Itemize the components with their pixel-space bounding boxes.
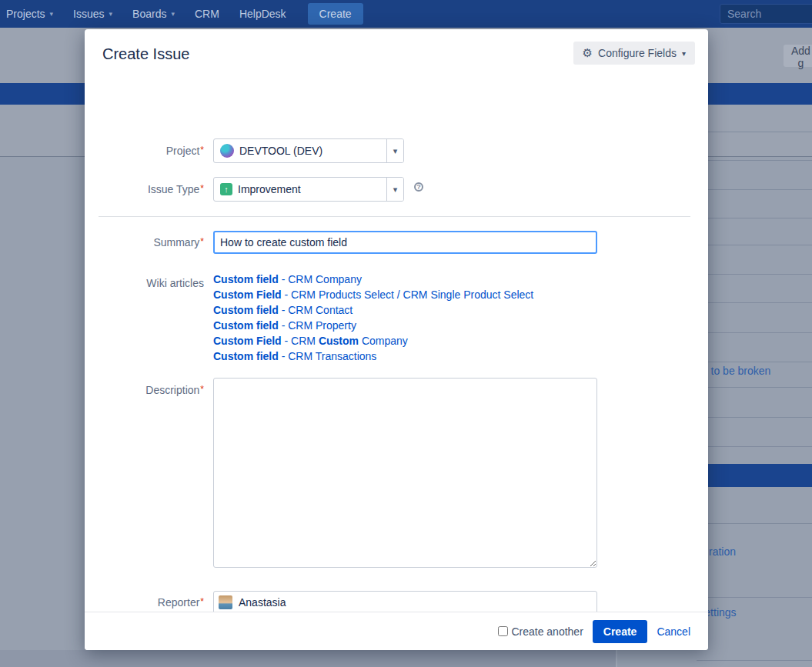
divider [697, 160, 812, 161]
help-icon[interactable]: ? [414, 182, 423, 192]
project-dropdown-button[interactable]: ▾ [386, 139, 403, 162]
project-select[interactable]: DEVTOOL (DEV) ▾ [213, 138, 404, 163]
issue-type-select-value[interactable]: ↑ Improvement [214, 178, 386, 201]
divider [697, 245, 812, 245]
reporter-avatar [219, 595, 232, 609]
nav-item-label: Boards [132, 8, 166, 20]
nav-item-issues[interactable]: Issues ▾ [73, 8, 112, 20]
chevron-down-icon: ▾ [109, 10, 113, 18]
divider [697, 132, 812, 132]
divider [697, 302, 812, 303]
nav-item-projects[interactable]: Projects ▾ [6, 8, 53, 20]
reporter-input[interactable]: Anastasia [213, 591, 597, 614]
create-another-checkbox[interactable] [498, 626, 508, 636]
wiki-link-crm-contact[interactable]: Custom field - CRM Contact [213, 302, 533, 318]
project-select-value[interactable]: DEVTOOL (DEV) [214, 139, 386, 162]
create-button[interactable]: Create [593, 620, 648, 643]
divider [697, 417, 812, 418]
dialog-title: Create Issue [102, 45, 189, 62]
issue-type-label: Issue Type* [85, 183, 204, 195]
wiki-link-crm-property[interactable]: Custom field - CRM Property [213, 318, 533, 333]
divider [697, 446, 812, 447]
divider [697, 218, 812, 218]
divider [697, 332, 812, 333]
required-marker: * [200, 236, 204, 247]
form-divider [99, 216, 690, 217]
nav-item-label: Projects [6, 8, 45, 20]
chevron-down-icon: ▾ [682, 49, 686, 58]
nav-item-label: Issues [73, 8, 104, 20]
required-marker: * [200, 145, 204, 155]
gear-icon: ⚙ [583, 46, 593, 60]
dimmed-link-broken-item[interactable]: m to be broken [699, 365, 770, 377]
dialog-header: Create Issue ⚙ Configure Fields ▾ [85, 29, 708, 73]
divider [616, 650, 617, 667]
dimmed-link-ration[interactable]: ration [709, 545, 736, 558]
top-navigation-bar: Projects ▾ Issues ▾ Boards ▾ CRM HelpDes… [0, 0, 812, 28]
summary-input[interactable] [213, 231, 597, 254]
dialog-footer: Create another Create Cancel [85, 612, 708, 650]
description-label: Description* [85, 384, 204, 396]
divider [697, 597, 812, 598]
project-avatar-icon [220, 144, 234, 158]
cancel-link[interactable]: Cancel [657, 625, 690, 638]
configure-fields-label: Configure Fields [598, 47, 677, 59]
configure-fields-button[interactable]: ⚙ Configure Fields ▾ [573, 42, 695, 65]
nav-create-button[interactable]: Create [308, 3, 363, 25]
improvement-type-icon: ↑ [220, 183, 232, 195]
reporter-value-text: Anastasia [239, 596, 286, 609]
summary-label: Summary* [85, 236, 204, 248]
nav-item-crm[interactable]: CRM [195, 8, 219, 20]
dimmed-bottom-panel [0, 650, 616, 667]
divider [697, 660, 812, 661]
nav-item-label: CRM [195, 8, 219, 20]
issue-type-value-text: Improvement [238, 183, 301, 195]
create-another-option: Create another [498, 625, 583, 638]
wiki-link-crm-company[interactable]: Custom field - CRM Company [213, 272, 533, 287]
description-textarea[interactable] [213, 378, 597, 568]
chevron-down-icon: ▾ [171, 10, 175, 18]
wiki-articles-label: Wiki articles [85, 277, 204, 289]
wiki-link-crm-transactions[interactable]: Custom field - CRM Transactions [213, 349, 533, 364]
issue-type-dropdown-button[interactable]: ▾ [386, 178, 403, 201]
wiki-link-crm-custom-company[interactable]: Custom Field - CRM Custom Company [213, 333, 533, 349]
required-marker: * [200, 596, 204, 607]
wiki-articles-list: Custom field - CRM Company Custom Field … [213, 272, 533, 364]
divider [697, 189, 812, 190]
create-issue-dialog: Create Issue ⚙ Configure Fields ▾ Projec… [85, 29, 708, 650]
divider [697, 362, 812, 362]
divider [697, 274, 812, 275]
nav-item-helpdesk[interactable]: HelpDesk [239, 8, 286, 20]
required-marker: * [200, 384, 204, 395]
page: Add g m to be broken ration Settings Pro… [0, 0, 812, 667]
nav-item-boards[interactable]: Boards ▾ [132, 8, 175, 20]
reporter-label: Reporter* [85, 596, 204, 609]
divider [697, 523, 812, 524]
chevron-down-icon: ▾ [50, 10, 54, 18]
wiki-link-crm-products-select[interactable]: Custom Field - CRM Products Select / CRM… [213, 287, 533, 302]
search-input[interactable] [720, 4, 812, 24]
required-marker: * [200, 183, 204, 194]
project-label: Project* [85, 145, 204, 157]
create-another-label[interactable]: Create another [511, 625, 583, 638]
divider [697, 387, 812, 388]
dialog-body: Project* DEVTOOL (DEV) ▾ Issue Type* ↑ I… [85, 73, 708, 612]
issue-type-select[interactable]: ↑ Improvement ▾ [213, 177, 404, 202]
add-gadget-button[interactable]: Add g [784, 45, 812, 67]
nav-item-label: HelpDesk [239, 8, 286, 20]
project-value-text: DEVTOOL (DEV) [239, 145, 322, 157]
